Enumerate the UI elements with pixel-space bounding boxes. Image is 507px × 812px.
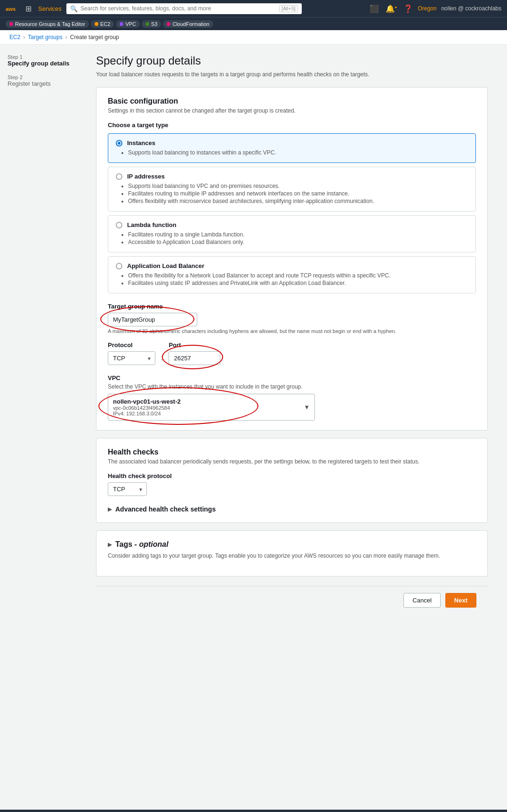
service-bar: Resource Groups & Tag Editor EC2 VPC S3 … [0, 17, 507, 30]
search-input[interactable] [80, 5, 276, 12]
service-pill-label: EC2 [100, 21, 110, 27]
health-checks-card: Health checks The associated load balanc… [96, 438, 488, 523]
vpc-dropdown-arrow: ▼ [304, 404, 310, 411]
breadcrumb-target-groups[interactable]: Target groups [28, 34, 62, 41]
service-pill-vpc[interactable]: VPC [116, 20, 140, 28]
service-pill-label: Resource Groups & Tag Editor [15, 21, 85, 27]
service-pill-resource-groups[interactable]: Resource Groups & Tag Editor [6, 20, 89, 28]
target-type-lambda[interactable]: Lambda function Facilitates routing to a… [108, 215, 476, 252]
choose-target-label: Choose a target type [108, 122, 476, 129]
alb-bullet-2: Facilitates using static IP addresses an… [128, 280, 468, 286]
basic-config-card: Basic configuration Settings in this sec… [96, 87, 488, 430]
protocol-group: Protocol TCP UDP TCP_UDP TLS ▼ [108, 341, 155, 365]
protocol-port-row: Protocol TCP UDP TCP_UDP TLS ▼ : Port [108, 341, 476, 365]
health-check-protocol-label: Health check protocol [108, 472, 476, 479]
radio-instances[interactable] [116, 140, 122, 146]
port-group: Port [169, 341, 220, 365]
lambda-bullet-1: Facilitates routing to a single Lambda f… [128, 231, 468, 238]
ip-bullet-1: Supports load balancing to VPC and on-pr… [128, 183, 468, 189]
top-nav: aws ⊞ Services 🔍 [Alt+S] ⬛ 🔔● ❓ Oregon n… [0, 0, 507, 17]
target-group-name-label: Target group name [108, 303, 476, 310]
service-pill-label: CloudFormation [172, 21, 209, 27]
target-type-ip[interactable]: IP addresses Supports load balancing to … [108, 167, 476, 211]
help-icon[interactable]: ❓ [403, 4, 413, 13]
aws-logo[interactable]: aws [6, 4, 21, 13]
service-pill-s3[interactable]: S3 [142, 20, 161, 28]
protocol-select[interactable]: TCP UDP TCP_UDP TLS [108, 351, 155, 365]
step-2-label[interactable]: Register targets [8, 80, 77, 87]
breadcrumb-sep-1: › [23, 34, 25, 41]
sidebar-step-2: Step 2 Register targets [8, 74, 77, 87]
step-1-label[interactable]: Specify group details [8, 60, 77, 67]
port-label: Port [169, 341, 220, 349]
tags-card: ▶ Tags - optional Consider adding tags t… [96, 530, 488, 577]
service-pill-cloudformation[interactable]: CloudFormation [163, 20, 213, 28]
bell-icon[interactable]: 🔔● [386, 4, 397, 13]
target-group-name-input[interactable] [108, 313, 197, 326]
breadcrumb-sep-2: › [65, 34, 67, 41]
instances-bullet-1: Supports load balancing to instances wit… [128, 149, 468, 156]
vpc-info: nollen-vpc01-us-west-2 vpc-0c06b1423f496… [113, 398, 181, 416]
nav-icons: ⬛ 🔔● ❓ [370, 4, 413, 13]
radio-ip[interactable] [116, 173, 122, 180]
step-1-num: Step 1 [8, 54, 77, 60]
target-instances-label: Instances [127, 139, 155, 146]
colon-separator: : [161, 354, 163, 365]
advanced-health-check-section: ▶ Advanced health check settings [108, 505, 476, 513]
next-button[interactable]: Next [445, 593, 476, 608]
target-type-alb[interactable]: Application Load Balancer Offers the fle… [108, 256, 476, 293]
target-lambda-bullets: Facilitates routing to a single Lambda f… [116, 231, 468, 246]
tags-subtitle: Consider adding tags to your target grou… [108, 552, 476, 559]
vpc-label: VPC [108, 374, 476, 382]
advanced-health-check-toggle[interactable]: ▶ Advanced health check settings [108, 505, 476, 513]
ip-bullet-2: Facilitates routing to multiple IP addre… [128, 190, 468, 197]
health-checks-subtitle: The associated load balancer periodicall… [108, 458, 476, 465]
target-type-instances[interactable]: Instances Supports load balancing to ins… [108, 133, 476, 163]
vpc-dropdown-wrap: nollen-vpc01-us-west-2 vpc-0c06b1423f496… [108, 394, 315, 421]
tags-arrow-icon: ▶ [108, 542, 112, 548]
target-alb-label: Application Load Balancer [127, 262, 204, 269]
target-alb-bullets: Offers the flexibility for a Network Loa… [116, 272, 468, 287]
region-selector[interactable]: Oregon [418, 5, 436, 12]
breadcrumb: EC2 › Target groups › Create target grou… [0, 30, 507, 45]
vpc-section: VPC Select the VPC with the instances th… [108, 374, 476, 421]
page-subtitle: Your load balancer routes requests to th… [96, 71, 488, 78]
terminal-icon[interactable]: ⬛ [370, 4, 379, 13]
ip-bullet-3: Offers flexibility with microservice bas… [128, 198, 468, 204]
grid-icon[interactable]: ⊞ [25, 4, 32, 13]
health-check-protocol-section: Health check protocol TCP HTTP HTTPS ▼ [108, 472, 476, 496]
radio-alb[interactable] [116, 263, 122, 269]
search-shortcut: [Alt+S] [279, 5, 298, 12]
vpc-id: vpc-0c06b1423f4962584 [113, 405, 181, 411]
name-input-wrap [108, 313, 197, 326]
service-pill-label: VPC [125, 21, 136, 27]
port-input[interactable] [169, 351, 220, 365]
search-bar[interactable]: 🔍 [Alt+S] [66, 3, 302, 14]
lambda-bullet-2: Accessible to Application Load Balancers… [128, 239, 468, 245]
basic-config-subtitle: Settings in this section cannot be chang… [108, 107, 476, 114]
svg-text:aws: aws [6, 6, 16, 12]
target-ip-label: IP addresses [127, 173, 165, 180]
tags-toggle[interactable]: ▶ Tags - optional [108, 540, 476, 549]
target-lambda-label: Lambda function [127, 221, 177, 228]
page-footer: Feedback English (US) ▼ © 2022, Amazon W… [0, 810, 507, 812]
services-label[interactable]: Services [38, 5, 62, 12]
main-content: Specify group details Your load balancer… [85, 45, 499, 810]
health-check-protocol-select[interactable]: TCP HTTP HTTPS [108, 482, 147, 496]
health-check-protocol-wrap: TCP HTTP HTTPS ▼ [108, 482, 147, 496]
service-pill-ec2[interactable]: EC2 [91, 20, 114, 28]
target-group-name-help: A maximum of 32 alphanumeric characters … [108, 328, 476, 334]
breadcrumb-ec2[interactable]: EC2 [9, 34, 20, 41]
search-icon: 🔍 [70, 5, 78, 12]
user-menu[interactable]: nollen @ cockroachlabs [441, 5, 501, 12]
radio-lambda[interactable] [116, 222, 122, 228]
sidebar: Step 1 Specify group details Step 2 Regi… [0, 45, 85, 810]
vpc-cidr: IPv4: 192.168.3.0/24 [113, 411, 181, 416]
health-checks-title: Health checks [108, 448, 476, 456]
alb-bullet-1: Offers the flexibility for a Network Loa… [128, 272, 468, 279]
target-group-name-section: Target group name A maximum of 32 alphan… [108, 303, 476, 334]
vpc-dropdown[interactable]: nollen-vpc01-us-west-2 vpc-0c06b1423f496… [108, 394, 315, 421]
cancel-button[interactable]: Cancel [403, 593, 440, 608]
protocol-select-wrap: TCP UDP TCP_UDP TLS ▼ [108, 351, 155, 365]
step-2-num: Step 2 [8, 74, 77, 80]
